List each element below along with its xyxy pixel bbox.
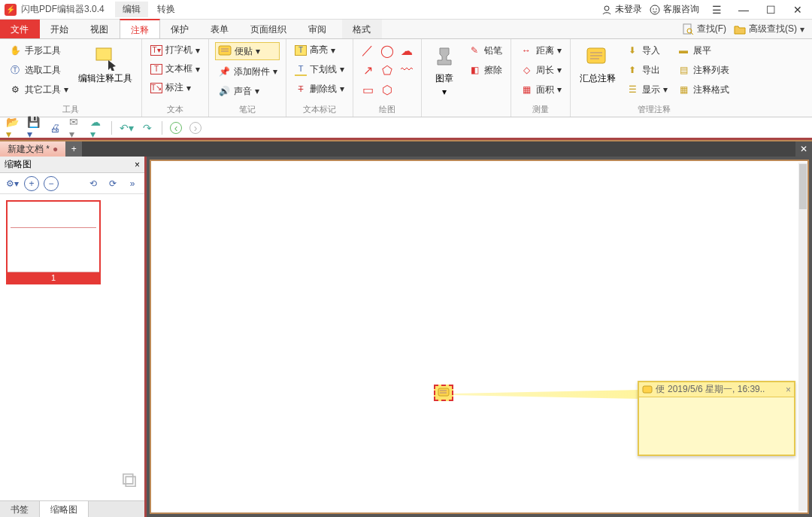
find-button[interactable]: 查找(F) — [682, 23, 726, 35]
mode-tab-convert[interactable]: 转换 — [150, 2, 183, 17]
tab-start[interactable]: 开始 — [40, 20, 80, 38]
select-tool-button[interactable]: Ⓣ选取工具 — [6, 62, 71, 78]
zoom-in-icon[interactable]: + — [24, 176, 39, 191]
mail-icon[interactable]: ✉▾ — [69, 121, 83, 135]
hamburger-icon[interactable]: ☰ — [707, 2, 726, 17]
zoom-out-icon[interactable]: − — [44, 176, 59, 191]
summary-button[interactable]: 汇总注释 — [577, 42, 619, 87]
canvas-wrap: 便 2019/5/6 星期一, 16:39.. × — [147, 157, 812, 517]
redo-icon[interactable]: ↷ — [141, 121, 154, 135]
document-tabs: 新建文档 *● + ✕ — [0, 140, 812, 157]
open-icon[interactable]: 📂▾ — [6, 121, 20, 135]
hexagon-shape-icon[interactable]: ⬡ — [379, 81, 395, 98]
textbox-button[interactable]: T文本框▾ — [148, 61, 202, 77]
prev-view-icon[interactable]: ‹ — [170, 122, 182, 134]
tab-review[interactable]: 审阅 — [298, 20, 338, 38]
vertical-scrollbar[interactable] — [798, 163, 807, 511]
erase-button[interactable]: ◧擦除 — [465, 62, 504, 78]
support-button[interactable]: 客服咨询 — [650, 3, 699, 16]
tab-format[interactable]: 格式 — [342, 20, 382, 38]
export-button[interactable]: ⬆导出 — [623, 62, 670, 78]
import-button[interactable]: ⬇导入 — [623, 42, 670, 59]
scrollbar-thumb[interactable] — [799, 164, 807, 209]
show-button[interactable]: ☰显示▾ — [623, 81, 670, 98]
page-thumbnail[interactable]: 1 — [6, 200, 101, 284]
thumb-options-icon[interactable]: ⚙▾ — [5, 176, 20, 191]
tab-annotate[interactable]: 注释 — [120, 19, 160, 38]
sidebar-tab-thumbnails[interactable]: 缩略图 — [40, 501, 89, 517]
callout-icon: T↘ — [150, 83, 162, 93]
sound-button[interactable]: 🔊声音▾ — [215, 83, 280, 99]
rotate-right-icon[interactable]: ⟳ — [105, 176, 120, 191]
underline-button[interactable]: T下划线▾ — [292, 61, 347, 78]
flatten-button[interactable]: ▬展平 — [674, 42, 732, 59]
arrow-shape-icon[interactable]: ↗ — [359, 62, 376, 78]
shape-more-icon[interactable] — [398, 81, 415, 98]
tab-forms[interactable]: 表单 — [200, 20, 240, 38]
tab-view[interactable]: 视图 — [80, 20, 120, 38]
login-status[interactable]: 未登录 — [601, 3, 642, 16]
next-view-icon[interactable]: › — [189, 122, 201, 134]
textbox-label: 文本框 — [165, 62, 192, 75]
sticky-note-button[interactable]: 便贴▾ — [215, 42, 280, 60]
tab-file[interactable]: 文件 — [0, 20, 40, 38]
annot-list-button[interactable]: ▤注释列表 — [674, 62, 732, 78]
pin-icon: 📌 — [217, 65, 231, 78]
popup-header[interactable]: 便 2019/5/6 星期一, 16:39.. × — [639, 382, 794, 397]
save-icon[interactable]: 💾▾ — [27, 121, 41, 135]
sidebar-close-icon[interactable]: × — [135, 160, 140, 170]
close-tab-icon[interactable]: ● — [53, 144, 58, 154]
annot-format-label: 注释格式 — [693, 84, 729, 96]
summary-label: 汇总注释 — [580, 72, 616, 85]
edit-annotations-button[interactable]: 编辑注释工具 — [75, 42, 135, 87]
polygon-shape-icon[interactable]: ⬠ — [379, 62, 395, 78]
area-button[interactable]: ▦面积▾ — [517, 81, 564, 98]
hand-tool-button[interactable]: ✋手形工具 — [6, 42, 71, 59]
other-tools-button[interactable]: ⚙其它工具▾ — [6, 81, 71, 98]
group-text: T▾打字机▾ T文本框▾ T↘标注▾ 文本 — [142, 39, 209, 117]
pencil-button[interactable]: ✎铅笔 — [465, 42, 504, 59]
note-glyph-icon — [438, 388, 450, 398]
sticky-note-annotation[interactable] — [434, 385, 453, 401]
attach-file-button[interactable]: 📌添加附件▾ — [215, 63, 280, 80]
minimize-button[interactable]: — — [734, 2, 753, 17]
maximize-button[interactable]: ☐ — [761, 2, 780, 17]
undo-icon[interactable]: ↶▾ — [120, 121, 133, 135]
popup-author: 便 — [656, 383, 665, 396]
stamp-button[interactable]: 图章▾ — [428, 42, 461, 99]
popup-close-icon[interactable]: × — [786, 385, 791, 395]
app-logo-icon: ⚡ — [5, 4, 17, 16]
line-shape-icon[interactable]: ／ — [359, 42, 376, 59]
highlight-button[interactable]: T高亮▾ — [292, 42, 347, 58]
new-tab-button[interactable]: + — [65, 141, 82, 157]
strikethrough-button[interactable]: T删除线▾ — [292, 81, 347, 97]
cloud-icon[interactable]: ☁▾ — [90, 121, 104, 135]
polyline-shape-icon[interactable]: 〰 — [398, 62, 415, 78]
typewriter-button[interactable]: T▾打字机▾ — [148, 42, 202, 58]
group-measure: ↔距离▾ ◇周长▾ ▦面积▾ 测量 — [511, 39, 571, 117]
perimeter-button[interactable]: ◇周长▾ — [517, 62, 564, 78]
sticky-note-popup[interactable]: 便 2019/5/6 星期一, 16:39.. × — [638, 381, 795, 456]
cloud-shape-icon[interactable]: ☁ — [398, 42, 415, 59]
close-button[interactable]: ✕ — [788, 2, 807, 17]
popup-textarea[interactable] — [639, 397, 794, 455]
document-tab[interactable]: 新建文档 *● — [0, 141, 65, 157]
rotate-left-icon[interactable]: ⟲ — [86, 176, 101, 191]
document-tab-label: 新建文档 * — [8, 143, 50, 156]
titlebar: ⚡ 闪电PDF编辑器3.0.4 编辑 转换 未登录 客服咨询 ☰ — ☐ ✕ — [0, 0, 812, 20]
pencil-label: 铅笔 — [484, 44, 502, 57]
distance-button[interactable]: ↔距离▾ — [517, 42, 564, 59]
callout-button[interactable]: T↘标注▾ — [148, 80, 202, 96]
annot-format-button[interactable]: ▦注释格式 — [674, 81, 732, 98]
page-canvas[interactable] — [153, 163, 798, 511]
rect-shape-icon[interactable]: ▭ — [359, 81, 376, 98]
thumb-more-icon[interactable]: » — [125, 176, 140, 191]
sidebar-tab-bookmarks[interactable]: 书签 — [0, 501, 40, 517]
close-all-tabs-button[interactable]: ✕ — [795, 141, 812, 157]
mode-tab-edit[interactable]: 编辑 — [115, 2, 148, 17]
advanced-find-button[interactable]: 高级查找(S)▾ — [734, 23, 804, 35]
print-icon[interactable]: 🖨 — [48, 121, 62, 135]
oval-shape-icon[interactable]: ◯ — [379, 42, 395, 59]
tab-pages[interactable]: 页面组织 — [240, 20, 298, 38]
tab-protect[interactable]: 保护 — [160, 20, 200, 38]
